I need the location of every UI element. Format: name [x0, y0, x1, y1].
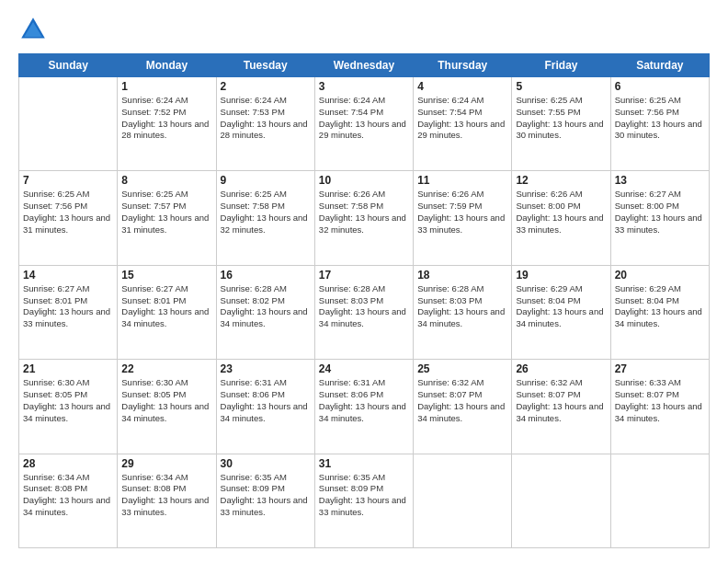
day-number: 18 [417, 269, 507, 282]
day-number: 8 [121, 174, 211, 187]
logo [18, 15, 51, 44]
day-info: Sunrise: 6:32 AM Sunset: 8:07 PM Dayligh… [516, 377, 606, 424]
day-info: Sunrise: 6:25 AM Sunset: 7:56 PM Dayligh… [615, 95, 705, 142]
day-number: 24 [319, 362, 409, 375]
calendar-cell [610, 454, 709, 547]
day-info: Sunrise: 6:29 AM Sunset: 8:04 PM Dayligh… [516, 283, 606, 330]
header-cell-tuesday: Tuesday [216, 54, 314, 77]
calendar-body: 1Sunrise: 6:24 AM Sunset: 7:52 PM Daylig… [19, 77, 710, 548]
calendar-cell: 23Sunrise: 6:31 AM Sunset: 8:06 PM Dayli… [216, 360, 314, 454]
calendar-cell: 25Sunrise: 6:32 AM Sunset: 8:07 PM Dayli… [414, 360, 512, 454]
calendar-cell: 4Sunrise: 6:24 AM Sunset: 7:54 PM Daylig… [414, 77, 512, 171]
calendar-cell: 26Sunrise: 6:32 AM Sunset: 8:07 PM Dayli… [512, 360, 610, 454]
calendar-cell: 20Sunrise: 6:29 AM Sunset: 8:04 PM Dayli… [610, 265, 709, 359]
day-info: Sunrise: 6:28 AM Sunset: 8:02 PM Dayligh… [221, 283, 311, 330]
day-info: Sunrise: 6:31 AM Sunset: 8:06 PM Dayligh… [319, 377, 409, 424]
calendar-cell: 17Sunrise: 6:28 AM Sunset: 8:03 PM Dayli… [314, 265, 413, 359]
calendar-cell: 11Sunrise: 6:26 AM Sunset: 7:59 PM Dayli… [414, 171, 512, 265]
day-number: 6 [615, 80, 705, 93]
calendar-cell: 29Sunrise: 6:34 AM Sunset: 8:08 PM Dayli… [118, 454, 216, 547]
day-info: Sunrise: 6:33 AM Sunset: 8:07 PM Dayligh… [615, 377, 705, 424]
day-number: 11 [417, 174, 507, 187]
calendar-cell: 3Sunrise: 6:24 AM Sunset: 7:54 PM Daylig… [314, 77, 413, 171]
day-info: Sunrise: 6:34 AM Sunset: 8:08 PM Dayligh… [23, 472, 113, 519]
calendar-cell: 8Sunrise: 6:25 AM Sunset: 7:57 PM Daylig… [118, 171, 216, 265]
calendar-cell: 9Sunrise: 6:25 AM Sunset: 7:58 PM Daylig… [216, 171, 314, 265]
day-number: 16 [221, 269, 311, 282]
calendar-cell [512, 454, 610, 547]
day-info: Sunrise: 6:28 AM Sunset: 8:03 PM Dayligh… [319, 283, 409, 330]
calendar-cell: 6Sunrise: 6:25 AM Sunset: 7:56 PM Daylig… [610, 77, 709, 171]
calendar-week-1: 7Sunrise: 6:25 AM Sunset: 7:56 PM Daylig… [19, 171, 710, 265]
calendar-cell: 13Sunrise: 6:27 AM Sunset: 8:00 PM Dayli… [610, 171, 709, 265]
calendar-week-4: 28Sunrise: 6:34 AM Sunset: 8:08 PM Dayli… [19, 454, 710, 547]
day-number: 1 [121, 80, 211, 93]
day-number: 7 [23, 174, 113, 187]
day-info: Sunrise: 6:24 AM Sunset: 7:54 PM Dayligh… [319, 95, 409, 142]
day-number: 5 [516, 80, 606, 93]
calendar-week-2: 14Sunrise: 6:27 AM Sunset: 8:01 PM Dayli… [19, 265, 710, 359]
day-info: Sunrise: 6:34 AM Sunset: 8:08 PM Dayligh… [121, 472, 211, 519]
calendar-cell: 18Sunrise: 6:28 AM Sunset: 8:03 PM Dayli… [414, 265, 512, 359]
calendar-cell: 21Sunrise: 6:30 AM Sunset: 8:05 PM Dayli… [19, 360, 118, 454]
calendar-cell: 30Sunrise: 6:35 AM Sunset: 8:09 PM Dayli… [216, 454, 314, 547]
day-number: 9 [221, 174, 311, 187]
day-number: 29 [121, 457, 211, 470]
day-info: Sunrise: 6:24 AM Sunset: 7:54 PM Dayligh… [417, 95, 507, 142]
header [18, 15, 710, 44]
day-number: 20 [615, 269, 705, 282]
day-info: Sunrise: 6:31 AM Sunset: 8:06 PM Dayligh… [221, 377, 311, 424]
calendar-header-row: SundayMondayTuesdayWednesdayThursdayFrid… [19, 54, 710, 77]
calendar-cell: 16Sunrise: 6:28 AM Sunset: 8:02 PM Dayli… [216, 265, 314, 359]
day-number: 15 [121, 269, 211, 282]
day-number: 17 [319, 269, 409, 282]
day-number: 25 [417, 362, 507, 375]
calendar-cell: 1Sunrise: 6:24 AM Sunset: 7:52 PM Daylig… [118, 77, 216, 171]
day-info: Sunrise: 6:26 AM Sunset: 7:59 PM Dayligh… [417, 189, 507, 236]
day-number: 21 [23, 362, 113, 375]
day-number: 14 [23, 269, 113, 282]
day-info: Sunrise: 6:35 AM Sunset: 8:09 PM Dayligh… [319, 472, 409, 519]
day-info: Sunrise: 6:29 AM Sunset: 8:04 PM Dayligh… [615, 283, 705, 330]
day-info: Sunrise: 6:32 AM Sunset: 8:07 PM Dayligh… [417, 377, 507, 424]
day-number: 4 [417, 80, 507, 93]
day-number: 26 [516, 362, 606, 375]
header-cell-wednesday: Wednesday [314, 54, 413, 77]
calendar-cell [19, 77, 118, 171]
day-info: Sunrise: 6:24 AM Sunset: 7:53 PM Dayligh… [221, 95, 311, 142]
calendar-cell: 15Sunrise: 6:27 AM Sunset: 8:01 PM Dayli… [118, 265, 216, 359]
calendar-cell: 7Sunrise: 6:25 AM Sunset: 7:56 PM Daylig… [19, 171, 118, 265]
calendar-cell: 27Sunrise: 6:33 AM Sunset: 8:07 PM Dayli… [610, 360, 709, 454]
day-number: 19 [516, 269, 606, 282]
header-cell-saturday: Saturday [610, 54, 709, 77]
calendar-week-0: 1Sunrise: 6:24 AM Sunset: 7:52 PM Daylig… [19, 77, 710, 171]
header-cell-monday: Monday [118, 54, 216, 77]
day-info: Sunrise: 6:25 AM Sunset: 7:55 PM Dayligh… [516, 95, 606, 142]
logo-icon [18, 15, 48, 44]
page: SundayMondayTuesdayWednesdayThursdayFrid… [0, 0, 728, 563]
day-number: 23 [221, 362, 311, 375]
day-number: 22 [121, 362, 211, 375]
day-number: 10 [319, 174, 409, 187]
day-info: Sunrise: 6:30 AM Sunset: 8:05 PM Dayligh… [23, 377, 113, 424]
header-cell-thursday: Thursday [414, 54, 512, 77]
calendar-cell: 19Sunrise: 6:29 AM Sunset: 8:04 PM Dayli… [512, 265, 610, 359]
calendar-cell: 24Sunrise: 6:31 AM Sunset: 8:06 PM Dayli… [314, 360, 413, 454]
day-number: 27 [615, 362, 705, 375]
calendar-cell: 28Sunrise: 6:34 AM Sunset: 8:08 PM Dayli… [19, 454, 118, 547]
day-info: Sunrise: 6:26 AM Sunset: 7:58 PM Dayligh… [319, 189, 409, 236]
day-info: Sunrise: 6:25 AM Sunset: 7:57 PM Dayligh… [121, 189, 211, 236]
day-number: 28 [23, 457, 113, 470]
header-cell-sunday: Sunday [19, 54, 118, 77]
day-info: Sunrise: 6:24 AM Sunset: 7:52 PM Dayligh… [121, 95, 211, 142]
day-number: 2 [221, 80, 311, 93]
calendar-cell: 31Sunrise: 6:35 AM Sunset: 8:09 PM Dayli… [314, 454, 413, 547]
calendar-cell: 14Sunrise: 6:27 AM Sunset: 8:01 PM Dayli… [19, 265, 118, 359]
calendar-cell: 22Sunrise: 6:30 AM Sunset: 8:05 PM Dayli… [118, 360, 216, 454]
header-cell-friday: Friday [512, 54, 610, 77]
day-info: Sunrise: 6:30 AM Sunset: 8:05 PM Dayligh… [121, 377, 211, 424]
day-info: Sunrise: 6:27 AM Sunset: 8:00 PM Dayligh… [615, 189, 705, 236]
day-info: Sunrise: 6:27 AM Sunset: 8:01 PM Dayligh… [121, 283, 211, 330]
calendar: SundayMondayTuesdayWednesdayThursdayFrid… [18, 53, 710, 548]
day-info: Sunrise: 6:35 AM Sunset: 8:09 PM Dayligh… [221, 472, 311, 519]
